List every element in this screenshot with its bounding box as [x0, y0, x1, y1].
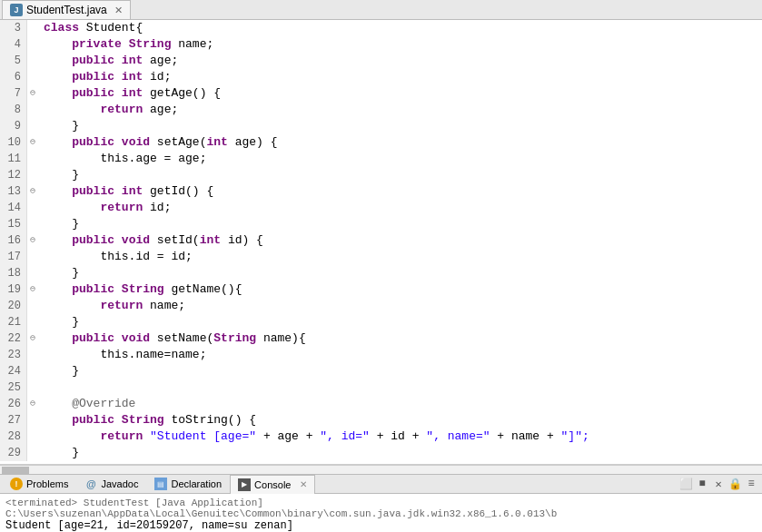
scroll-lock-button[interactable]: 🔒 [727, 477, 742, 491]
line-number: 8 [0, 102, 27, 118]
tab-console[interactable]: ▶ Console ✕ [230, 475, 315, 494]
code-content[interactable]: public int getId() { [38, 183, 762, 200]
code-line-20: 20 return name; [0, 298, 762, 314]
line-number: 26 [0, 396, 27, 412]
code-content[interactable]: this.name=name; [38, 347, 762, 363]
fold-icon[interactable]: ⊖ [27, 134, 38, 151]
bottom-tab-bar: ! Problems @ Javadoc ▤ Declaration ▶ Con… [0, 474, 762, 494]
line-number: 3 [0, 20, 27, 36]
code-line-26: 26⊖ @Override [0, 396, 762, 412]
line-number: 16 [0, 232, 27, 249]
console-output: <terminated> StudentTest [Java Applicati… [0, 494, 762, 532]
code-line-13: 13⊖ public int getId() { [0, 183, 762, 200]
code-content[interactable]: public void setName(String name){ [38, 330, 762, 347]
fold-icon[interactable]: ⊖ [27, 85, 38, 102]
java-file-icon: J [10, 4, 23, 16]
code-line-19: 19⊖ public String getName(){ [0, 281, 762, 298]
code-line-4: 4 private String name; [0, 36, 762, 53]
line-number: 12 [0, 167, 27, 183]
code-content[interactable]: public String toString() { [38, 412, 762, 429]
word-wrap-button[interactable]: ≡ [744, 477, 758, 491]
javadoc-icon: @ [84, 478, 97, 490]
tab-bar: J StudentTest.java ✕ [0, 0, 762, 20]
code-content[interactable]: this.id = id; [38, 249, 762, 265]
fold-icon[interactable]: ⊖ [27, 183, 38, 200]
code-content[interactable]: public int age; [38, 53, 762, 69]
tab-problems[interactable]: ! Problems [2, 475, 76, 494]
code-content[interactable]: } [38, 314, 762, 330]
code-line-17: 17 this.id = id; [0, 249, 762, 265]
code-line-5: 5 public int age; [0, 53, 762, 69]
line-number: 28 [0, 429, 27, 445]
code-content[interactable]: return id; [38, 200, 762, 216]
fold-icon[interactable]: ⊖ [27, 330, 38, 347]
fold-icon[interactable]: ⊖ [27, 232, 38, 249]
code-line-28: 28 return "Student [age=" + age + ", id=… [0, 429, 762, 445]
console-close[interactable]: ✕ [300, 479, 307, 489]
code-line-8: 8 return age; [0, 102, 762, 118]
clear-console-button[interactable]: ⬜ [678, 477, 693, 491]
code-line-25: 25 [0, 379, 762, 396]
code-line-24: 24 } [0, 363, 762, 379]
code-content[interactable]: } [38, 265, 762, 281]
declaration-label: Declaration [171, 478, 222, 489]
code-content[interactable]: } [38, 216, 762, 232]
code-content[interactable]: } [38, 167, 762, 183]
problems-icon: ! [10, 478, 23, 490]
code-line-14: 14 return id; [0, 200, 762, 216]
scrollbar-thumb[interactable] [2, 467, 29, 474]
code-content[interactable]: } [38, 118, 762, 134]
code-content[interactable]: } [38, 445, 762, 461]
code-line-10: 10⊖ public void setAge(int age) { [0, 134, 762, 151]
terminate-button[interactable]: ■ [695, 477, 709, 491]
code-content[interactable]: private String name; [38, 36, 762, 53]
code-content[interactable]: public void setId(int id) { [38, 232, 762, 249]
tab-declaration[interactable]: ▤ Declaration [146, 475, 230, 494]
line-number: 15 [0, 216, 27, 232]
tab-javadoc[interactable]: @ Javadoc [76, 475, 146, 494]
code-content[interactable]: @Override [38, 396, 762, 412]
line-number: 6 [0, 69, 27, 85]
line-number: 27 [0, 412, 27, 429]
code-line-12: 12 } [0, 167, 762, 183]
code-content[interactable]: return age; [38, 102, 762, 118]
line-number: 11 [0, 151, 27, 167]
terminated-line: <terminated> StudentTest [Java Applicati… [5, 498, 757, 519]
fold-icon[interactable]: ⊖ [27, 281, 38, 298]
line-number: 7 [0, 85, 27, 102]
code-line-9: 9 } [0, 118, 762, 134]
code-content[interactable]: public int id; [38, 69, 762, 85]
code-content[interactable]: return name; [38, 298, 762, 314]
code-line-18: 18 } [0, 265, 762, 281]
fold-icon[interactable]: ⊖ [27, 396, 38, 412]
code-content[interactable]: public int getAge() { [38, 85, 762, 102]
code-line-27: 27 public String toString() { [0, 412, 762, 429]
line-number: 14 [0, 200, 27, 216]
horizontal-scrollbar[interactable] [0, 465, 762, 474]
code-line-16: 16⊖ public void setId(int id) { [0, 232, 762, 249]
line-number: 9 [0, 118, 27, 134]
line-number: 21 [0, 314, 27, 330]
tab-studenttest[interactable]: J StudentTest.java ✕ [2, 0, 131, 19]
code-line-29: 29 } [0, 445, 762, 461]
code-content[interactable]: public String getName(){ [38, 281, 762, 298]
code-line-6: 6 public int id; [0, 69, 762, 85]
line-number: 18 [0, 265, 27, 281]
declaration-icon: ▤ [154, 478, 167, 490]
code-editor[interactable]: 3class Student{4 private String name;5 p… [0, 20, 762, 465]
line-number: 23 [0, 347, 27, 363]
problems-label: Problems [26, 478, 68, 489]
code-line-3: 3class Student{ [0, 20, 762, 36]
tab-close-icon[interactable]: ✕ [114, 5, 123, 16]
code-line-23: 23 this.name=name; [0, 347, 762, 363]
javadoc-label: Javadoc [101, 478, 138, 489]
code-content[interactable]: } [38, 363, 762, 379]
remove-launch-button[interactable]: ✕ [711, 477, 726, 491]
code-content[interactable] [38, 379, 762, 396]
line-number: 13 [0, 183, 27, 200]
line-number: 22 [0, 330, 27, 347]
code-content[interactable]: class Student{ [38, 20, 762, 36]
code-content[interactable]: public void setAge(int age) { [38, 134, 762, 151]
code-content[interactable]: this.age = age; [38, 151, 762, 167]
code-content[interactable]: return "Student [age=" + age + ", id=" +… [38, 429, 762, 445]
